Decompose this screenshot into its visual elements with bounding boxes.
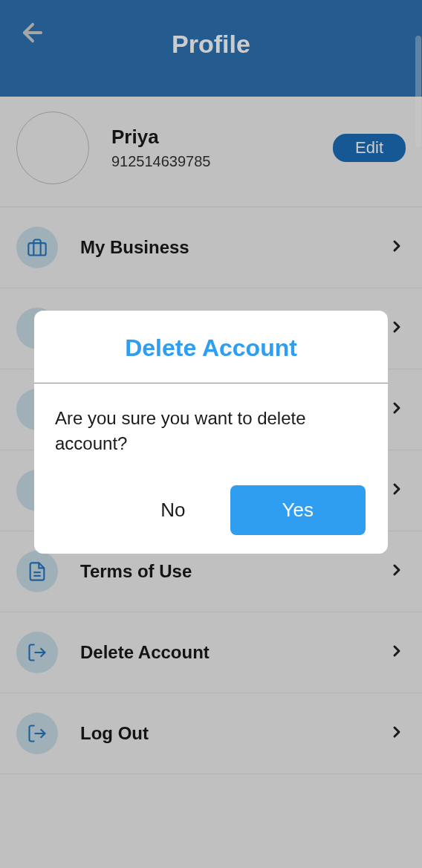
- delete-account-modal: Delete Account Are you sure you want to …: [34, 311, 388, 554]
- modal-header: Delete Account: [34, 311, 388, 383]
- modal-message: Are you sure you want to delete account?: [55, 406, 367, 456]
- modal-body: Are you sure you want to delete account?: [34, 383, 388, 463]
- modal-overlay[interactable]: Delete Account Are you sure you want to …: [0, 0, 422, 868]
- yes-button[interactable]: Yes: [230, 485, 366, 535]
- no-button[interactable]: No: [146, 491, 200, 529]
- modal-title: Delete Account: [49, 334, 373, 362]
- modal-actions: No Yes: [34, 463, 388, 554]
